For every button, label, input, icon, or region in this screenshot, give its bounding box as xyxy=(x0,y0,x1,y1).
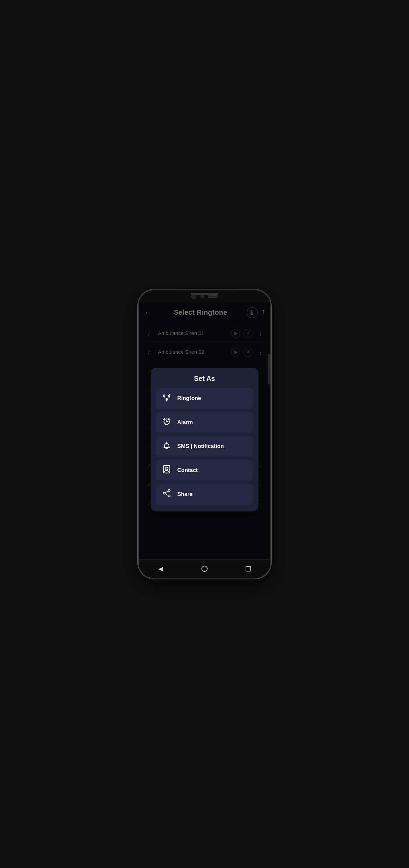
back-nav-icon: ◀ xyxy=(158,565,163,572)
alarm-icon xyxy=(162,417,172,428)
share-label: Share xyxy=(177,491,193,497)
screen: ← Select Ringtone ℹ ⤴ ♪ Ambulance Siren … xyxy=(139,303,270,559)
modal-item-share[interactable]: Share xyxy=(156,484,253,505)
svg-line-11 xyxy=(165,494,168,495)
alarm-label: Alarm xyxy=(177,419,193,425)
contact-icon xyxy=(162,465,172,476)
share-icon xyxy=(162,489,172,500)
ringtone-icon xyxy=(162,393,172,404)
svg-point-9 xyxy=(168,495,170,497)
modal-item-ringtone[interactable]: Ringtone xyxy=(156,388,253,409)
contact-label: Contact xyxy=(177,467,198,473)
notch-pill xyxy=(191,293,218,295)
svg-point-8 xyxy=(163,492,165,494)
svg-point-6 xyxy=(165,467,168,470)
sms-label: SMS | Notification xyxy=(177,443,224,449)
back-nav-button[interactable]: ◀ xyxy=(154,562,168,576)
svg-point-7 xyxy=(168,490,170,492)
recents-nav-button[interactable] xyxy=(241,562,255,576)
modal-item-sms[interactable]: SMS | Notification xyxy=(156,436,253,457)
modal-title: Set As xyxy=(156,375,253,383)
recents-nav-icon xyxy=(246,566,251,571)
svg-line-10 xyxy=(165,491,168,493)
phone-top-bar xyxy=(139,290,270,303)
bottom-nav: ◀ xyxy=(139,559,270,578)
home-nav-icon xyxy=(201,566,208,572)
camera-secondary xyxy=(200,295,204,298)
svg-rect-0 xyxy=(166,398,168,401)
modal-item-contact[interactable]: Contact xyxy=(156,460,253,481)
speaker-dot xyxy=(208,295,218,298)
home-nav-button[interactable] xyxy=(198,562,211,576)
phone-frame: ← Select Ringtone ℹ ⤴ ♪ Ambulance Siren … xyxy=(138,289,271,579)
modal-item-alarm[interactable]: Alarm xyxy=(156,412,253,433)
ringtone-label: Ringtone xyxy=(177,395,201,401)
set-as-modal: Set As Ringtone xyxy=(151,368,259,511)
notification-icon xyxy=(162,441,172,452)
